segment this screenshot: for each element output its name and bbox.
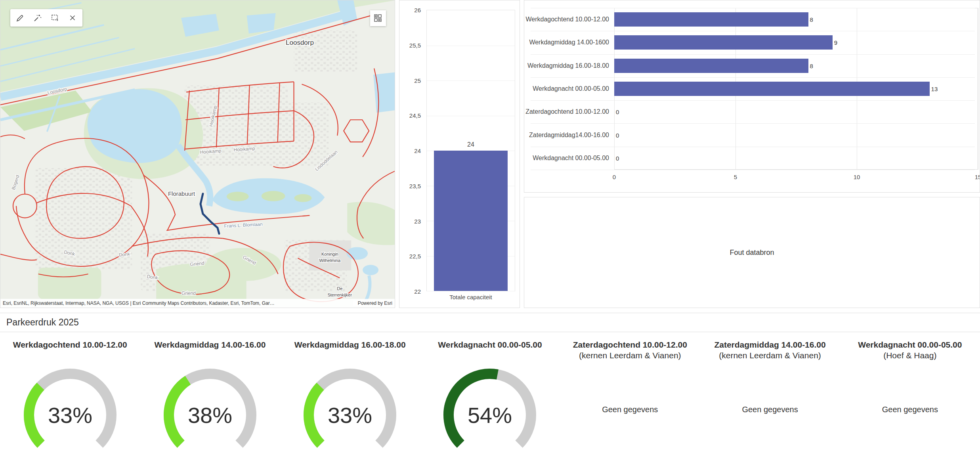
map-label-sterren-1: De — [337, 286, 342, 291]
bar-value-label: 8 — [810, 16, 813, 23]
gauge-title: Werkdagmiddag 14.00-16.00 — [140, 339, 280, 350]
y-tick-label: 23,5 — [409, 182, 421, 189]
row-line — [531, 123, 975, 124]
gauge-subtitle: (kernen Leerdam & Vianen) — [560, 350, 700, 361]
y-tick-label: 23 — [414, 218, 421, 224]
select-rectangle-button[interactable] — [47, 10, 63, 25]
gauge: 33% — [23, 366, 118, 457]
map-label-florabuurt: Florabuurt — [168, 190, 195, 197]
draw-tool-button[interactable] — [12, 10, 29, 25]
sessions-bar[interactable] — [614, 12, 808, 27]
category-label: Werkdagmiddag 16.00-18.00 — [524, 62, 609, 69]
x-tick-label: 10 — [854, 174, 860, 180]
row-line — [531, 100, 975, 101]
gauge-column: Zaterdagochtend 10.00-12.00(kernen Leerd… — [560, 332, 700, 457]
map-label-koningin-1: Koningin — [321, 252, 338, 256]
category-label: Werkdagnacht 00.00-05.00 — [524, 85, 609, 92]
gauge-value-arc — [29, 386, 41, 444]
row-line — [531, 147, 975, 147]
sessions-chart-panel: 051015Werkdagochtend 10.00-12.008Werkdag… — [524, 0, 980, 193]
y-tick-label: 24,5 — [409, 112, 421, 119]
gauge-column: Zaterdagmiddag 14.00-16.00(kernen Leerda… — [700, 332, 840, 457]
y-tick-label: 25,5 — [409, 42, 421, 48]
bar-value-label: 8 — [810, 62, 813, 69]
gauge-value-text: 33% — [328, 403, 372, 428]
section-title: Parkeerdruk 2025 — [6, 317, 79, 328]
gauge-title: Zaterdagochtend 10.00-12.00 — [560, 339, 700, 350]
bar-value-label: 0 — [616, 155, 619, 161]
y-tick-label: 22,5 — [409, 253, 421, 260]
y-tick-label: 26 — [414, 7, 421, 13]
capacity-y-axis: 2625,52524,52423,52322,522 — [399, 10, 423, 291]
sessions-chart[interactable]: 051015Werkdagochtend 10.00-12.008Werkdag… — [524, 0, 980, 192]
top-row: Loosdorp Loosdorp Hooikamp Hooikamp Hooi… — [0, 0, 980, 308]
clear-selection-button[interactable] — [64, 10, 81, 25]
gauge: 54% — [442, 366, 537, 457]
map-label-loosdorp-town: Loosdorp — [286, 39, 314, 46]
gridline — [427, 80, 515, 81]
x-tick-label: 5 — [734, 174, 737, 180]
gauge-row: Werkdagochtend 10.00-12.0033%Werkdagmidd… — [0, 332, 980, 457]
draw-icon — [15, 13, 25, 23]
section-header: Parkeerdruk 2025 — [0, 313, 980, 332]
bar-value-label: 24 — [434, 141, 508, 148]
select-wand-button[interactable] — [29, 10, 46, 25]
gauge-title: Werkdagnacht 00.00-05.00 — [420, 339, 560, 350]
gauge: 33% — [302, 366, 397, 457]
bar-value-label: 0 — [616, 132, 619, 138]
x-tick-label: 0 — [613, 174, 616, 180]
map[interactable]: Loosdorp Loosdorp Hooikamp Hooikamp Hooi… — [0, 0, 395, 308]
select-rectangle-icon — [50, 13, 60, 23]
error-message: Fout databron — [730, 249, 774, 257]
bar-value-label: 9 — [834, 39, 837, 46]
basemap-button[interactable] — [370, 10, 386, 26]
gridline — [427, 116, 515, 116]
gauge-title: Zaterdagmiddag 14.00-16.00 — [700, 339, 840, 350]
sessions-bar[interactable] — [614, 82, 930, 96]
y-tick-label: 25 — [414, 77, 421, 84]
bar-value-label: 0 — [616, 109, 619, 115]
capacity-plot[interactable]: 24 — [426, 10, 515, 291]
no-data-text: Geen gegevens — [840, 405, 980, 414]
error-panel: Fout databron — [524, 197, 980, 308]
map-label-donk: Donk — [118, 251, 130, 258]
category-label: Werkdagmiddag 14.00-1600 — [524, 39, 609, 46]
row-line — [531, 8, 975, 8]
row-line — [531, 54, 975, 55]
gauge-value-arc — [169, 380, 188, 444]
bar-value-label: 13 — [931, 86, 938, 92]
category-label: Zaterdagmiddag14.00-16.00 — [524, 132, 609, 139]
close-icon — [68, 13, 77, 22]
capacity-bar[interactable]: 24 — [434, 151, 508, 291]
capacity-chart-panel: 2625,52524,52423,52322,522 24 Totale cap… — [399, 0, 520, 308]
no-data-text: Geen gegevens — [560, 405, 700, 414]
map-label-koningin-2: Wilhelmina — [319, 258, 341, 263]
gauge-title: Werkdagochtend 10.00-12.00 — [0, 339, 140, 350]
sessions-bar[interactable] — [614, 35, 833, 50]
gridline — [978, 8, 978, 170]
map-attribution-bar: Esri, EsriNL, Rijkswaterstaat, Intermap,… — [0, 299, 395, 308]
gauge-value-arc — [309, 386, 321, 444]
gauge: 38% — [162, 366, 258, 457]
map-toolbar — [10, 9, 82, 27]
gauge-column: Werkdagnacht 00.00-05.00(Hoef & Haag)Gee… — [840, 332, 980, 457]
basemap-grid-icon — [373, 13, 383, 23]
x-tick-label: 15 — [975, 174, 980, 180]
row-line — [531, 31, 975, 31]
gridline — [427, 291, 515, 291]
sessions-bar[interactable] — [614, 59, 808, 73]
gauge-value-text: 33% — [48, 403, 92, 428]
attribution-text: Esri, EsriNL, Rijkswaterstaat, Intermap,… — [3, 300, 275, 306]
row-line — [531, 77, 975, 78]
gridline — [427, 46, 515, 46]
y-tick-label: 24 — [414, 147, 421, 154]
capacity-x-label: Totale capaciteit — [426, 294, 515, 300]
powered-by-esri: Powered by Esri — [353, 300, 392, 306]
gauge-title: Werkdagnacht 00.00-05.00 — [840, 339, 980, 350]
no-data-text: Geen gegevens — [700, 405, 840, 414]
gauge-subtitle: (kernen Leerdam & Vianen) — [700, 350, 840, 361]
map-label-griend: Griend — [181, 291, 196, 296]
gauge-value-text: 38% — [188, 403, 232, 428]
right-column: 051015Werkdagochtend 10.00-12.008Werkdag… — [524, 0, 980, 308]
map-label-sterren-2: Sterrenkijker — [327, 293, 352, 297]
